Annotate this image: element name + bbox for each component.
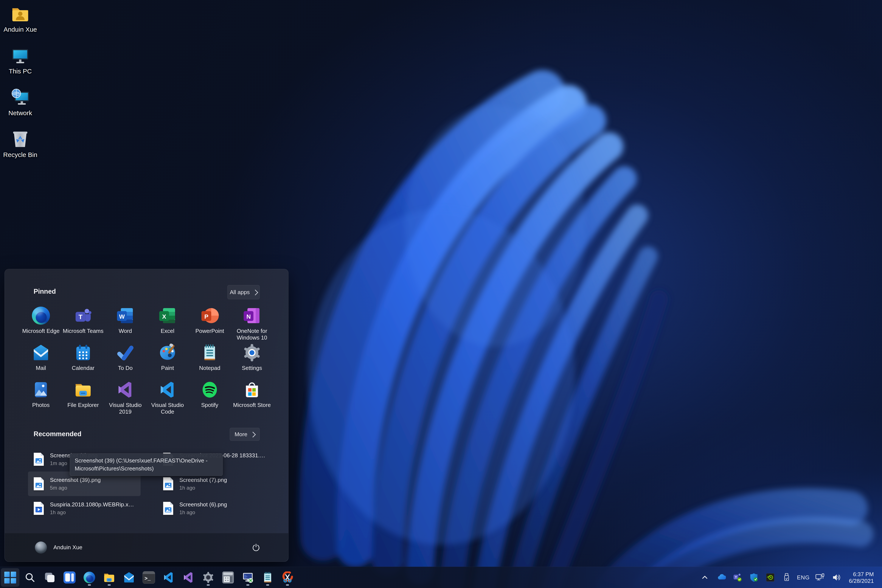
pinned-app-microsoft-edge[interactable]: Microsoft Edge xyxy=(20,302,62,339)
all-apps-label: All apps xyxy=(230,289,250,296)
desktop-icon-list: Anduin Xue This PC xyxy=(3,4,38,159)
widgets-button[interactable] xyxy=(60,568,79,587)
microsoft-edge-icon xyxy=(84,572,95,583)
network-tray-button[interactable] xyxy=(813,568,827,587)
network-icon xyxy=(10,87,30,107)
user-folder-icon xyxy=(10,4,30,24)
all-apps-button[interactable]: All apps xyxy=(227,285,260,299)
language-indicator[interactable]: ENG xyxy=(796,568,811,587)
recommended-item[interactable]: Screenshot (6).png 1h ago xyxy=(158,496,270,520)
power-button[interactable] xyxy=(249,541,263,554)
pinned-app-label: PowerPoint xyxy=(195,328,224,334)
system-tray: T xyxy=(698,568,882,587)
mail-icon xyxy=(123,572,135,584)
remote-desktop-icon xyxy=(242,572,254,584)
onedrive-tray-button[interactable] xyxy=(714,568,729,587)
taskbar-terminal[interactable] xyxy=(140,568,158,587)
pinned-app-paint[interactable]: Paint xyxy=(146,339,189,376)
taskbar-microsoft-edge[interactable] xyxy=(80,568,99,587)
taskbar-file-explorer[interactable] xyxy=(100,568,118,587)
image-file-icon xyxy=(33,452,45,466)
taskbar: T xyxy=(0,567,882,588)
security-shield-icon xyxy=(749,573,759,582)
hidden-icons-button[interactable] xyxy=(698,568,712,587)
pinned-app-calendar[interactable]: Calendar xyxy=(62,339,104,376)
spotify-icon xyxy=(201,381,219,399)
nvidia-tray-button[interactable] xyxy=(763,568,778,587)
user-avatar[interactable] xyxy=(35,542,47,554)
windows-security-tray-button[interactable] xyxy=(747,568,761,587)
powerpoint-icon: P xyxy=(201,307,219,325)
recommended-section-header: Recommended xyxy=(34,430,81,438)
image-file-icon xyxy=(162,501,174,516)
to-do-icon xyxy=(116,344,134,362)
pinned-app-excel[interactable]: X Excel xyxy=(146,302,189,339)
pinned-app-label: Excel xyxy=(160,328,174,334)
image-file-icon xyxy=(33,477,45,491)
pinned-app-label: Calendar xyxy=(72,365,94,371)
recommended-item[interactable]: Suspiria.2018.1080p.WEBRip.x264-[... 1h … xyxy=(28,496,141,520)
desktop-icon-network[interactable]: Network xyxy=(3,87,38,117)
pinned-app-onenote[interactable]: N OneNote for Windows 10 xyxy=(231,302,273,339)
pinned-app-powerpoint[interactable]: P PowerPoint xyxy=(189,302,231,339)
pinned-app-microsoft-store[interactable]: Microsoft Store xyxy=(231,376,273,413)
user-name[interactable]: Anduin Xue xyxy=(53,544,82,551)
svg-text:T: T xyxy=(79,313,82,320)
microsoft-edge-icon xyxy=(32,307,50,325)
more-button[interactable]: More xyxy=(230,428,260,441)
running-indicator xyxy=(207,584,210,586)
pinned-app-microsoft-teams[interactable]: T Microsoft Teams xyxy=(62,302,104,339)
photos-icon xyxy=(32,381,50,399)
usb-tray-button[interactable] xyxy=(779,568,794,587)
nvidia-settings-icon xyxy=(765,573,775,582)
running-indicator xyxy=(266,584,269,586)
recommended-item-time: 1h ago xyxy=(50,509,136,516)
taskbar-remote-desktop[interactable] xyxy=(238,568,257,587)
taskbar-visual-studio-code[interactable] xyxy=(159,568,178,587)
taskbar-notepad[interactable] xyxy=(258,568,277,587)
image-file-icon xyxy=(162,477,174,491)
chevron-up-icon xyxy=(701,574,708,581)
pinned-app-spotify[interactable]: Spotify xyxy=(189,376,231,413)
taskbar-calculator[interactable] xyxy=(219,568,237,587)
clock[interactable]: 6:37 PM 6/28/2021 xyxy=(845,568,877,587)
desktop-icon-recycle-bin[interactable]: Recycle Bin xyxy=(3,129,38,159)
chevron-right-icon xyxy=(252,290,258,296)
desktop-icon-user-folder[interactable]: Anduin Xue xyxy=(3,4,38,33)
more-label: More xyxy=(234,431,247,438)
word-icon: W xyxy=(116,307,134,325)
start-button[interactable] xyxy=(1,568,20,587)
pinned-app-word[interactable]: W Word xyxy=(104,302,146,339)
terminal-icon xyxy=(142,571,155,584)
recommended-item-text: Suspiria.2018.1080p.WEBRip.x264-[... 1h … xyxy=(50,501,136,516)
pinned-app-visual-studio-code[interactable]: Visual Studio Code xyxy=(146,376,189,413)
taskbar-mail[interactable] xyxy=(120,568,138,587)
snipping-tool-icon xyxy=(282,572,294,584)
pinned-app-file-explorer[interactable]: File Explorer xyxy=(62,376,104,413)
teams-tray-button[interactable]: T xyxy=(730,568,745,587)
pinned-app-photos[interactable]: Photos xyxy=(20,376,62,413)
pinned-app-notepad[interactable]: Notepad xyxy=(189,339,231,376)
pinned-app-label: To Do xyxy=(118,365,133,371)
recommended-item-name: Suspiria.2018.1080p.WEBRip.x264-[... xyxy=(50,501,136,508)
recycle-bin-icon xyxy=(10,129,30,149)
file-path-tooltip: Screenshot (39) (C:\Users\xuef.FAREAST\O… xyxy=(70,453,223,476)
taskbar-snipping-tool[interactable] xyxy=(278,568,297,587)
desktop-icon-this-pc[interactable]: This PC xyxy=(3,46,38,75)
pinned-app-mail[interactable]: Mail xyxy=(20,339,62,376)
pinned-app-label: Microsoft Teams xyxy=(63,328,104,334)
taskbar-settings[interactable] xyxy=(199,568,218,587)
pinned-app-settings[interactable]: Settings xyxy=(231,339,273,376)
task-view-button[interactable] xyxy=(40,568,59,587)
usb-device-icon xyxy=(782,573,791,582)
pinned-app-visual-studio-2019[interactable]: Visual Studio 2019 xyxy=(104,376,146,413)
desktop-icon-label: This PC xyxy=(9,68,32,75)
pinned-app-label: Visual Studio Code xyxy=(147,402,188,415)
volume-tray-button[interactable] xyxy=(829,568,844,587)
visual-studio-2019-icon xyxy=(182,572,195,584)
taskbar-visual-studio-2019[interactable] xyxy=(179,568,198,587)
pinned-app-label: Settings xyxy=(242,365,262,371)
search-button[interactable] xyxy=(21,568,39,587)
notepad-icon xyxy=(262,572,274,584)
pinned-app-to-do[interactable]: To Do xyxy=(104,339,146,376)
